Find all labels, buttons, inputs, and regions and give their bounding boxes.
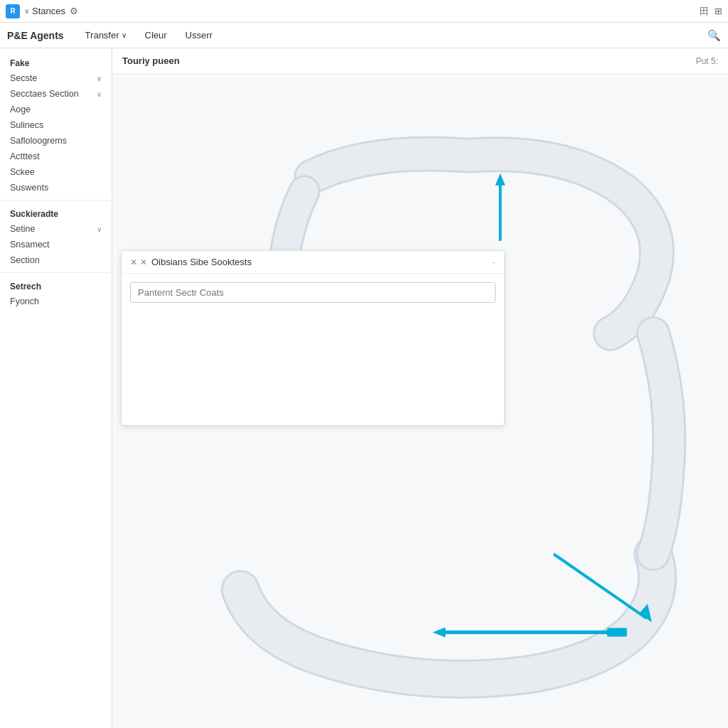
- chevron-icon: ∨: [122, 31, 127, 39]
- content-header: Touriy pueen Put 5:: [112, 48, 728, 74]
- dialog-body: [122, 274, 504, 425]
- sidebar-item-secctaes[interactable]: Secctaes Section ∨: [0, 86, 112, 102]
- app-logo: R: [6, 4, 20, 18]
- svg-line-8: [554, 554, 646, 618]
- dialog-search-input[interactable]: [130, 282, 496, 303]
- sidebar-divider-2: [0, 272, 112, 273]
- sidebar-item-aoge[interactable]: Aoge: [0, 102, 112, 117]
- chevron-down-icon: ∨: [24, 7, 29, 15]
- sidebar-item-fyonch[interactable]: Fyonch: [0, 294, 112, 309]
- dialog: ✕ ✕ Oibsians Sibe Sooktests -: [121, 250, 505, 426]
- dialog-minimize-icon[interactable]: -: [493, 257, 496, 267]
- cleur-button[interactable]: Cleur: [139, 27, 173, 43]
- sidebar-item-section[interactable]: Section: [0, 252, 112, 268]
- sidebar-section-fake: Fake: [0, 54, 112, 70]
- dialog-header: ✕ ✕ Oibsians Sibe Sooktests -: [122, 251, 504, 274]
- content-area: Touriy pueen Put 5:: [112, 48, 728, 728]
- top-bar-title: ∨ Stances: [24, 6, 65, 16]
- close-icon-2[interactable]: ✕: [140, 257, 147, 267]
- dialog-content-area: [130, 303, 496, 417]
- layout-icon[interactable]: ⊞: [714, 6, 722, 16]
- sidebar-section-suckieradte: Suckieradte: [0, 205, 112, 221]
- sidebar-item-secste[interactable]: Secste ∨: [0, 70, 112, 86]
- sidebar-item-snsamect[interactable]: Snsamect: [0, 237, 112, 252]
- top-bar: R ∨ Stances ⚙ 田 ⊞: [0, 0, 728, 23]
- sidebar-item-actttest[interactable]: Actttest: [0, 149, 112, 164]
- content-header-right: Put 5:: [696, 56, 718, 66]
- sidebar-section-setrech: Setrech: [0, 277, 112, 294]
- chevron-icon: ∨: [97, 75, 102, 82]
- top-bar-left: R ∨ Stances ⚙: [6, 4, 78, 18]
- content-title: Touriy pueen: [122, 55, 180, 66]
- grid-icon[interactable]: 田: [700, 5, 709, 18]
- chevron-icon: ∨: [97, 225, 102, 233]
- dialog-icons: ✕ ✕: [130, 257, 147, 267]
- sidebar-item-sckee[interactable]: Sckee: [0, 164, 112, 180]
- svg-marker-1: [496, 173, 505, 186]
- sidebar-item-safloloogrems[interactable]: Safloloogrems: [0, 133, 112, 149]
- svg-marker-11: [433, 627, 446, 637]
- transfer-button[interactable]: Transfer ∨: [80, 27, 132, 43]
- dialog-header-left: ✕ ✕ Oibsians Sibe Sooktests: [130, 257, 252, 267]
- sidebar-divider-1: [0, 200, 112, 200]
- dialog-title: Oibsians Sibe Sooktests: [151, 257, 252, 267]
- search-icon[interactable]: 🔍: [707, 29, 721, 42]
- sidebar-item-setine[interactable]: Setine ∨: [0, 221, 112, 237]
- sidebar: Fake Secste ∨ Secctaes Section ∨ Aoge Su…: [0, 48, 112, 728]
- canvas-area[interactable]: ✕ ✕ Oibsians Sibe Sooktests -: [112, 74, 728, 728]
- svg-rect-12: [607, 628, 627, 636]
- usserr-button[interactable]: Usserr: [180, 27, 218, 43]
- sidebar-item-sulinecs[interactable]: Sulinecs: [0, 117, 112, 133]
- top-bar-right: 田 ⊞: [700, 5, 722, 18]
- sidebar-item-suswents[interactable]: Suswents: [0, 180, 112, 196]
- second-bar-actions: Transfer ∨ Cleur Usserr: [80, 27, 218, 43]
- second-bar: P&E Agents Transfer ∨ Cleur Usserr 🔍: [0, 23, 728, 48]
- settings-icon[interactable]: ⚙: [70, 6, 78, 16]
- close-icon-1[interactable]: ✕: [130, 257, 137, 267]
- main-layout: Fake Secste ∨ Secctaes Section ∨ Aoge Su…: [0, 48, 728, 728]
- chevron-icon: ∨: [97, 90, 102, 98]
- second-bar-title: P&E Agents: [7, 30, 64, 41]
